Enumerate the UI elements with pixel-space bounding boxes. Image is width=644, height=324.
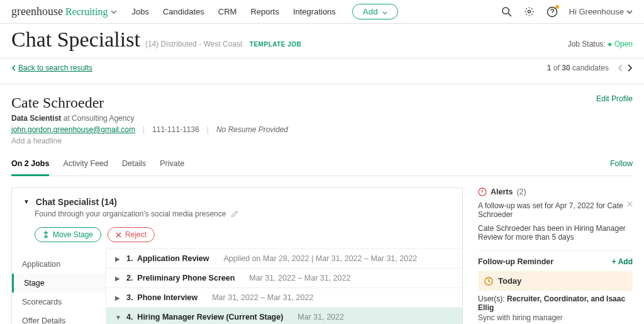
nav-candidates[interactable]: Candidates [163, 7, 204, 16]
tab-private[interactable]: Private [160, 155, 184, 176]
nav-reports[interactable]: Reports [250, 7, 279, 16]
clock-icon [484, 277, 493, 286]
svg-point-0 [502, 8, 509, 14]
template-badge: TEMPLATE JOB [250, 41, 301, 48]
stage-name: 4. Hiring Manager Review (Current Stage) [126, 313, 283, 321]
triangle-icon: ▶ [115, 294, 121, 301]
brand-greenhouse: greenhouse [11, 5, 63, 18]
back-to-search-link[interactable]: Back to search results [18, 64, 92, 72]
user-menu[interactable]: Hi Greenhouse [569, 7, 633, 16]
close-icon [116, 232, 121, 238]
tab-details[interactable]: Details [122, 155, 146, 176]
svg-point-1 [528, 10, 530, 13]
search-pos: 1 [547, 64, 552, 72]
sidebar-item-stage[interactable]: Stage [12, 274, 106, 293]
prev-candidate-icon[interactable] [618, 64, 623, 72]
candidate-email[interactable]: john.gordon.greenhouse@gmail.com [11, 125, 135, 134]
alert-icon [478, 187, 487, 196]
triangle-icon: ▶ [115, 255, 121, 262]
user-greeting: Hi Greenhouse [569, 7, 624, 16]
page-title: Chat Specialist [11, 28, 140, 52]
move-icon [43, 231, 49, 238]
triangle-icon: ▶ [115, 275, 121, 282]
stage-dates: Applied on Mar 28, 2022 | Mar 31, 2022 –… [223, 254, 417, 263]
reject-button[interactable]: Reject [108, 227, 155, 242]
job-location: Distributed - West Coast [161, 40, 243, 48]
search-what: candidates [572, 64, 609, 72]
move-stage-button[interactable]: Move Stage [35, 227, 101, 242]
stage-row[interactable]: ▶1. Application Review Applied on Mar 28… [106, 249, 462, 268]
help-icon[interactable] [547, 6, 558, 18]
stage-row[interactable]: ▼4. Hiring Manager Review (Current Stage… [106, 307, 462, 324]
chevron-down-icon [382, 7, 387, 16]
followup-users-label: User(s): [478, 294, 505, 303]
job-status-label: Job Status: [568, 40, 606, 48]
divider: | [143, 125, 145, 134]
alert-text: A follow-up was set for Apr 7, 2022 for … [478, 201, 623, 219]
candidate-name: Cate Schroeder [11, 94, 288, 111]
followup-today: Today [498, 276, 521, 286]
sidebar-item-scorecards[interactable]: Scorecards [12, 293, 106, 311]
chevron-left-icon [11, 65, 16, 71]
source-text: Found through your organization's social… [35, 209, 226, 218]
triangle-icon: ▼ [115, 314, 121, 321]
nav-integrations[interactable]: Integrations [293, 7, 336, 16]
gear-icon[interactable] [524, 6, 535, 18]
edit-profile-link[interactable]: Edit Profile [596, 94, 633, 145]
followup-sync: Sync with hiring manager [478, 313, 633, 322]
stage-name: 2. Preliminary Phone Screen [126, 274, 235, 282]
job-panel-title: Chat Specialist (14) [36, 197, 117, 207]
stage-dates: Mar 31, 2022 – Mar 31, 2022 [212, 293, 313, 302]
stage-row[interactable]: ▶3. Phone Interview Mar 31, 2022 – Mar 3… [106, 288, 462, 307]
candidate-role: Data Scientist [11, 114, 61, 123]
stage-dates: Mar 31, 2022 [297, 313, 344, 321]
search-of: of [553, 64, 560, 72]
search-icon[interactable] [501, 6, 513, 18]
stage-dates: Mar 31, 2022 – Mar 31, 2022 [249, 274, 350, 282]
move-stage-label: Move Stage [53, 230, 93, 239]
nav-jobs[interactable]: Jobs [132, 7, 149, 16]
brand-recruiting: Recruiting [65, 6, 108, 18]
sidebar-item-application[interactable]: Application [12, 255, 106, 274]
tab-on-jobs[interactable]: On 2 Jobs [11, 155, 49, 176]
stage-name: 3. Phone Interview [126, 293, 197, 302]
status-dot-icon: ● [608, 40, 612, 48]
divider: | [207, 125, 209, 134]
tab-activity-feed[interactable]: Activity Feed [63, 155, 108, 176]
followup-add-link[interactable]: + Add [612, 257, 633, 266]
followup-title: Follow-up Reminder [478, 257, 553, 266]
alerts-count: (2) [516, 187, 526, 196]
add-button-label: Add [363, 7, 378, 16]
alert-text: Cate Schroeder has been in Hiring Manage… [478, 224, 633, 242]
chevron-down-icon [626, 10, 633, 14]
stage-row[interactable]: ▶2. Preliminary Phone Screen Mar 31, 202… [106, 268, 462, 288]
chevron-down-icon[interactable] [111, 10, 117, 14]
triangle-down-icon: ▼ [23, 198, 30, 205]
stage-name: 1. Application Review [126, 254, 209, 263]
job-status-value: Open [614, 40, 633, 48]
sidebar-item-offer-details[interactable]: Offer Details [12, 311, 106, 324]
candidate-phone: 111-111-1136 [152, 125, 199, 134]
candidate-company: at Consulting Agency [64, 114, 135, 123]
search-total: 30 [562, 64, 570, 72]
next-candidate-icon[interactable] [628, 64, 633, 72]
close-icon[interactable] [627, 201, 633, 219]
job-count: (14) [145, 40, 158, 48]
reject-label: Reject [125, 230, 147, 239]
job-panel-toggle[interactable]: ▼ Chat Specialist (14) [23, 197, 451, 207]
add-headline-link[interactable]: Add a headline [11, 137, 288, 145]
follow-link[interactable]: Follow [610, 155, 633, 176]
nav-crm[interactable]: CRM [218, 7, 237, 16]
alerts-title: Alerts [491, 187, 513, 196]
no-resume-text: No Resume Provided [216, 125, 288, 134]
pencil-icon[interactable] [231, 210, 238, 218]
add-button[interactable]: Add [352, 4, 398, 20]
